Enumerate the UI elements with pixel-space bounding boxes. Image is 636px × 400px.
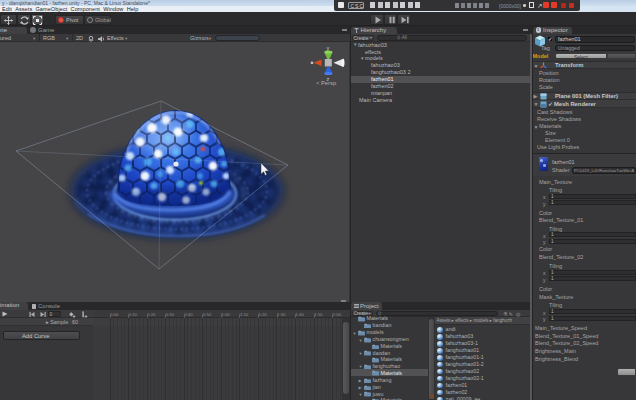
svg-text:< Persp: < Persp bbox=[316, 80, 336, 86]
svg-text:y: y bbox=[327, 45, 330, 51]
